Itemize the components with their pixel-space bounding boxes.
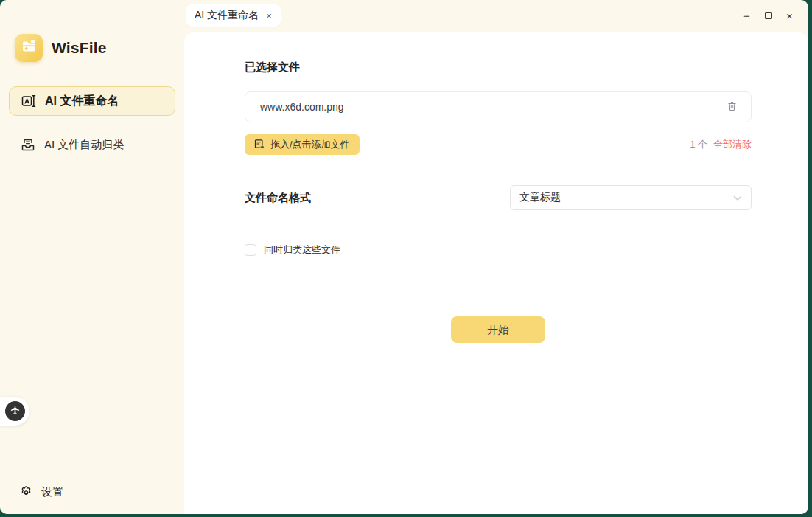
classify-checkbox-row[interactable]: 同时归类这些文件 [245, 243, 340, 257]
start-button[interactable]: 开始 [451, 316, 545, 343]
naming-format-value: 文章标题 [519, 191, 733, 204]
add-file-icon [254, 139, 265, 151]
naming-format-row: 文件命名格式 文章标题 [245, 185, 752, 210]
app-logo-row: WisFile [15, 34, 107, 62]
settings-label: 设置 [41, 485, 63, 499]
gear-icon [19, 484, 33, 500]
sidebar-item-label: AI 文件自动归类 [44, 138, 124, 152]
airplane-icon [10, 404, 21, 418]
clear-all-button[interactable]: 全部清除 [713, 138, 752, 151]
add-files-label: 拖入/点击添加文件 [270, 138, 350, 151]
sidebar-item-classify[interactable]: AI 文件自动归类 [9, 130, 175, 159]
maximize-icon [765, 12, 772, 19]
add-files-button[interactable]: 拖入/点击添加文件 [245, 134, 360, 155]
main-panel: 已选择文件 www.x6d.com.png [184, 32, 808, 514]
selected-files-label: 已选择文件 [245, 60, 300, 74]
settings-button[interactable]: 设置 [19, 484, 63, 500]
trash-icon [727, 100, 738, 114]
delete-file-button[interactable] [727, 100, 738, 114]
file-name: www.x6d.com.png [260, 101, 727, 113]
naming-format-label: 文件命名格式 [245, 191, 311, 205]
file-count: 1 个 [690, 138, 707, 151]
vpn-pill [0, 397, 29, 426]
sidebar-item-label: AI 文件重命名 [45, 94, 119, 109]
folder-icon [20, 38, 38, 58]
minimize-button[interactable]: − [737, 6, 757, 25]
sidebar-item-rename[interactable]: AI 文件重命名 [9, 86, 175, 116]
tab-rename[interactable]: AI 文件重命名 × [186, 4, 281, 27]
app-window: WisFile AI 文件重命名 AI 文件自动归类 [0, 0, 808, 514]
window-controls: − × [737, 6, 799, 25]
sidebar: WisFile AI 文件重命名 AI 文件自动归类 [0, 0, 184, 514]
app-title: WisFile [52, 39, 107, 57]
app-logo [15, 34, 43, 62]
close-button[interactable]: × [780, 6, 799, 25]
maximize-button[interactable] [758, 6, 778, 25]
airplane-button[interactable] [5, 401, 25, 421]
file-row[interactable]: www.x6d.com.png [245, 91, 752, 122]
classify-checkbox[interactable] [245, 244, 256, 256]
tab-close-icon[interactable]: × [266, 11, 272, 21]
chevron-down-icon [733, 191, 742, 204]
classify-checkbox-label: 同时归类这些文件 [264, 243, 340, 257]
add-files-row: 拖入/点击添加文件 1 个 全部清除 [245, 134, 752, 155]
rename-icon [21, 94, 36, 108]
classify-icon [21, 137, 35, 152]
tab-label: AI 文件重命名 [195, 9, 259, 22]
naming-format-select[interactable]: 文章标题 [510, 185, 752, 210]
